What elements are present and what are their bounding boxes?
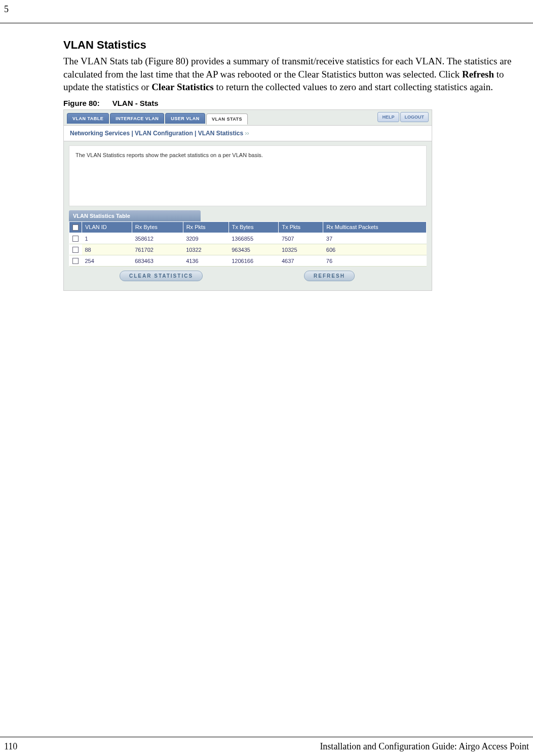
breadcrumb-text: Networking Services | VLAN Configuration… [70,130,243,137]
breadcrumb-arrows-icon: ›› [243,130,249,137]
cell-tx-bytes: 1206166 [229,255,279,267]
tab-vlan-table[interactable]: VLAN TABLE [67,113,109,124]
tab-vlan-stats[interactable]: VLAN STATS [206,114,248,125]
help-button[interactable]: HELP [377,112,399,122]
col-rx-pkts: Rx Pkts [183,221,229,233]
section-title: VLAN Statistics [63,39,518,52]
refresh-button[interactable]: REFRESH [304,271,355,281]
col-rx-mcast: Rx Multicast Packets [323,221,427,233]
table-row: 88 761702 10322 963435 10325 606 [69,244,427,255]
cell-vlan-id: 1 [82,233,132,244]
col-tx-bytes: Tx Bytes [229,221,279,233]
page-number: 110 [4,741,17,752]
col-tx-pkts: Tx Pkts [279,221,323,233]
cell-tx-bytes: 1366855 [229,233,279,244]
breadcrumb: Networking Services | VLAN Configuration… [64,125,432,141]
footer-title: Installation and Configuration Guide: Ai… [320,741,529,752]
description-text: The VLAN Statistics reports show the pac… [75,152,263,158]
cell-rx-pkts: 10322 [183,244,229,255]
table-row: 254 683463 4136 1206166 4637 76 [69,255,427,267]
tab-interface-vlan[interactable]: INTERFACE VLAN [110,113,164,124]
col-rx-bytes: Rx Bytes [132,221,183,233]
tab-user-vlan[interactable]: USER VLAN [165,113,205,124]
row-checkbox[interactable] [69,255,82,267]
body-text-1: The VLAN Stats tab (Figure 80) provides … [63,56,511,80]
refresh-bold: Refresh [462,69,494,80]
cell-tx-pkts: 7507 [279,233,323,244]
select-all-checkbox[interactable] [69,221,82,233]
cell-vlan-id: 88 [82,244,132,255]
section-body: The VLAN Stats tab (Figure 80) provides … [63,55,518,94]
cell-rx-pkts: 4136 [183,255,229,267]
vlan-stats-screenshot: VLAN TABLE INTERFACE VLAN USER VLAN VLAN… [63,109,432,291]
col-vlan-id: VLAN ID [82,221,132,233]
cell-vlan-id: 254 [82,255,132,267]
row-checkbox[interactable] [69,244,82,255]
clear-statistics-button[interactable]: CLEAR STATISTICS [120,271,203,281]
figure-title: VLAN - Stats [112,99,159,107]
cell-tx-bytes: 963435 [229,244,279,255]
description-panel: The VLAN Statistics reports show the pac… [69,145,427,206]
row-checkbox[interactable] [69,233,82,244]
stats-table: VLAN ID Rx Bytes Rx Pkts Tx Bytes Tx Pkt… [69,221,427,267]
chapter-title: Configuring Networking Settings [0,4,529,15]
cell-rx-pkts: 3209 [183,233,229,244]
cell-rx-bytes: 358612 [132,233,183,244]
clear-stats-bold: Clear Statistics [151,82,214,92]
figure-label: Figure 80: [63,99,100,107]
table-title: VLAN Statistics Table [69,210,201,221]
cell-rx-bytes: 683463 [132,255,183,267]
logout-button[interactable]: LOGOUT [400,112,429,122]
cell-tx-pkts: 10325 [279,244,323,255]
table-row: 1 358612 3209 1366855 7507 37 [69,233,427,244]
cell-rx-mcast: 37 [323,233,427,244]
cell-rx-mcast: 606 [323,244,427,255]
cell-rx-mcast: 76 [323,255,427,267]
body-text-3: to return the collected values to zero a… [214,82,493,92]
cell-tx-pkts: 4637 [279,255,323,267]
cell-rx-bytes: 761702 [132,244,183,255]
